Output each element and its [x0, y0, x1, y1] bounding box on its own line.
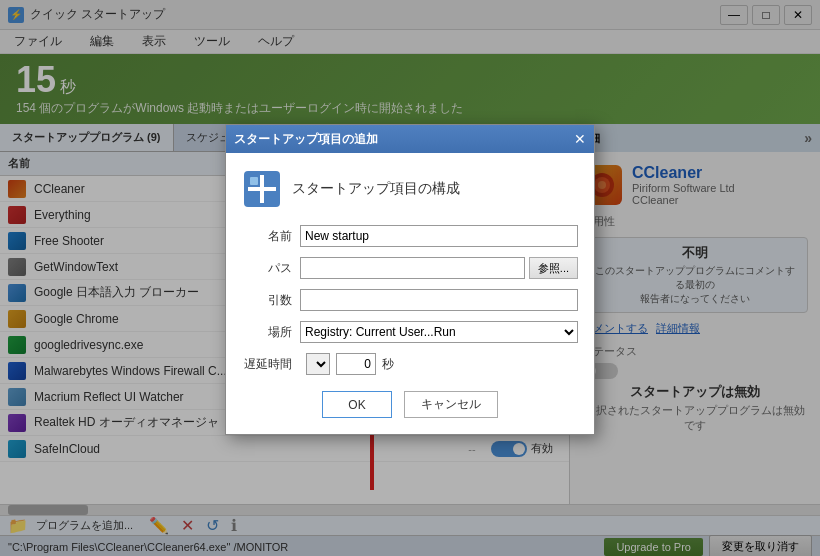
- location-select[interactable]: Registry: Current User...Run: [300, 321, 578, 343]
- path-input[interactable]: [300, 257, 525, 279]
- dialog-overlay: スタートアップ項目の追加 ✕ スタートアップ項目の構成 名前: [0, 0, 820, 556]
- dialog-icon: [242, 169, 282, 209]
- args-input[interactable]: [300, 289, 578, 311]
- dialog-title-bar: スタートアップ項目の追加 ✕: [226, 125, 594, 153]
- dialog-footer: OK キャンセル: [242, 391, 578, 418]
- location-row: 場所 Registry: Current User...Run: [242, 321, 578, 343]
- delay-input[interactable]: [336, 353, 376, 375]
- browse-button[interactable]: 参照...: [529, 257, 578, 279]
- name-input[interactable]: [300, 225, 578, 247]
- location-label: 場所: [242, 324, 292, 341]
- dialog-title-text: スタートアップ項目の追加: [234, 131, 378, 148]
- svg-rect-5: [260, 175, 264, 203]
- path-row: パス 参照...: [242, 257, 578, 279]
- path-label: パス: [242, 260, 292, 277]
- svg-rect-6: [250, 177, 258, 185]
- dialog-header-row: スタートアップ項目の構成: [242, 169, 578, 209]
- dialog-body: スタートアップ項目の構成 名前 パス 参照... 引数 場所: [226, 153, 594, 434]
- ok-button[interactable]: OK: [322, 391, 392, 418]
- delay-row: 遅延時間 秒: [242, 353, 578, 375]
- cancel-button[interactable]: キャンセル: [404, 391, 498, 418]
- add-startup-dialog: スタートアップ項目の追加 ✕ スタートアップ項目の構成 名前: [225, 124, 595, 435]
- args-row: 引数: [242, 289, 578, 311]
- delay-unit: 秒: [382, 356, 394, 373]
- delay-label: 遅延時間: [242, 356, 292, 373]
- dialog-header-text: スタートアップ項目の構成: [292, 180, 460, 198]
- delay-select[interactable]: [306, 353, 330, 375]
- name-label: 名前: [242, 228, 292, 245]
- dialog-close-button[interactable]: ✕: [574, 131, 586, 147]
- args-label: 引数: [242, 292, 292, 309]
- name-row: 名前: [242, 225, 578, 247]
